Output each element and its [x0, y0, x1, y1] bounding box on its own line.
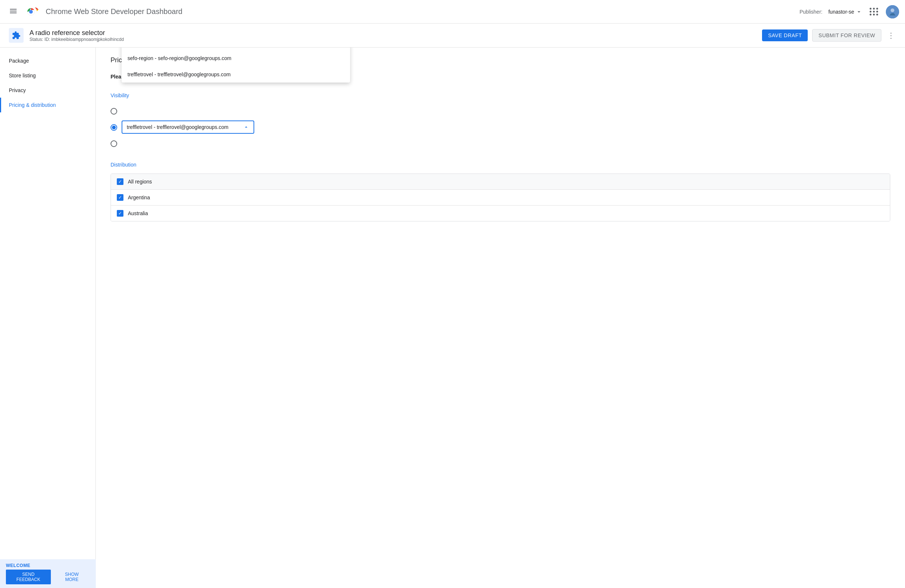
sidebar-item-package[interactable]: Package	[0, 54, 95, 68]
welcome-title: WELCOME	[6, 563, 90, 568]
radio-button-3[interactable]	[111, 140, 117, 147]
radio-button-2[interactable]	[111, 124, 117, 131]
dropdown-selected[interactable]: treffletrovel - trefflerovel@googlegroup…	[122, 120, 254, 134]
publisher-label: Publisher:	[800, 9, 822, 15]
send-feedback-button[interactable]: SEND FEEDBACK	[6, 570, 51, 584]
dropdown-chevron-up-icon	[243, 124, 249, 130]
extension-icon	[9, 28, 24, 43]
argentina-label: Argentina	[128, 195, 150, 200]
all-regions-label: All regions	[128, 179, 152, 185]
australia-label: Australia	[128, 210, 148, 216]
apps-grid-icon[interactable]	[868, 6, 880, 18]
distribution-table: All regions Argentina Australia	[111, 174, 890, 222]
visibility-label: Visibility	[111, 92, 890, 98]
radio-item-3	[111, 137, 890, 150]
chrome-logo	[25, 6, 37, 18]
checkbox-australia[interactable]	[117, 210, 124, 217]
sub-header-actions: SAVE DRAFT SUBMIT FOR REVIEW ⋮	[762, 29, 896, 42]
hamburger-icon[interactable]	[6, 4, 21, 19]
dropdown-selected-text: treffletrovel - trefflerovel@googlegroup…	[127, 124, 229, 130]
show-more-button[interactable]: SHOW MORE	[54, 570, 90, 584]
distribution-row-all: All regions	[111, 174, 890, 190]
extension-info: A radio reference selector Status: ID: i…	[30, 29, 124, 42]
dropdown-option-treffletrovel[interactable]: treffletrovel - treffletrovel@googlegrou…	[122, 66, 350, 82]
sub-header: A radio reference selector Status: ID: i…	[0, 24, 905, 48]
dropdown-option-sefo-2018[interactable]: sefo-2018-region-planners - sefo-2018-re…	[122, 48, 350, 50]
checkbox-all-regions[interactable]	[117, 178, 124, 185]
main-layout: Package Store listing Privacy Pricing & …	[0, 48, 905, 588]
app-title: Chrome Web Store Developer Dashboard	[46, 7, 183, 16]
header-right: Publisher: funastor-se	[800, 5, 899, 18]
welcome-bar: WELCOME SEND FEEDBACK SHOW MORE	[0, 559, 96, 588]
sidebar-item-store-listing[interactable]: Store listing	[0, 68, 95, 83]
sidebar-item-pricing-distribution[interactable]: Pricing & distribution	[0, 98, 95, 113]
welcome-actions: SEND FEEDBACK SHOW MORE	[6, 570, 90, 584]
checkbox-argentina[interactable]	[117, 194, 124, 201]
more-options-icon[interactable]: ⋮	[886, 30, 896, 41]
distribution-row-australia: Australia	[111, 206, 890, 221]
group-dropdown-container: None sefo-2018-region-planners - sefo-20…	[122, 120, 254, 134]
chevron-down-icon[interactable]	[856, 8, 862, 15]
sidebar: Package Store listing Privacy Pricing & …	[0, 48, 96, 588]
save-draft-button[interactable]: SAVE DRAFT	[762, 30, 808, 41]
user-avatar[interactable]	[886, 5, 899, 18]
header-left: Chrome Web Store Developer Dashboard	[6, 4, 183, 19]
distribution-row-argentina: Argentina	[111, 190, 890, 206]
publisher-name: funastor-se	[828, 8, 862, 15]
radio-group: None sefo-2018-region-planners - sefo-20…	[111, 104, 890, 150]
dropdown-option-sefo-region[interactable]: sefo-region - sefo-region@googlegroups.c…	[122, 50, 350, 66]
sidebar-item-privacy[interactable]: Privacy	[0, 83, 95, 98]
extension-status: Status: ID: imbkeeibioamppnoaomjpkokolhi…	[30, 37, 124, 42]
distribution-section: Distribution All regions Argentina Austr…	[111, 162, 890, 222]
svg-point-7	[891, 8, 894, 12]
radio-item-1	[111, 104, 890, 117]
distribution-label: Distribution	[111, 162, 890, 168]
dropdown-menu: None sefo-2018-region-planners - sefo-20…	[122, 48, 350, 82]
main-content: Pricing & Distribution Please note : Pri…	[96, 48, 905, 588]
app-header: Chrome Web Store Developer Dashboard Pub…	[0, 0, 905, 24]
radio-button-1[interactable]	[111, 108, 117, 114]
submit-review-button[interactable]: SUBMIT FOR REVIEW	[812, 29, 881, 42]
radio-item-2: None sefo-2018-region-planners - sefo-20…	[111, 117, 890, 137]
extension-name: A radio reference selector	[30, 29, 124, 37]
